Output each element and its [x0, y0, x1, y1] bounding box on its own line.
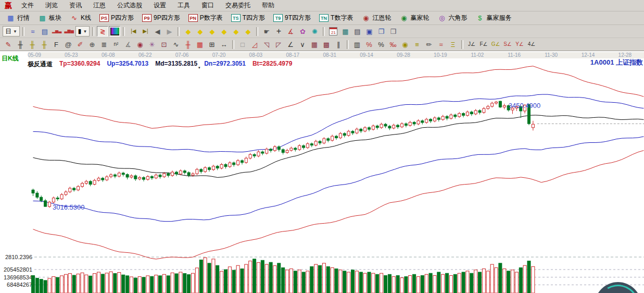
f-ruler-tool-icon[interactable]: F [50, 39, 62, 50]
menu-item-3[interactable]: 江恩 [87, 1, 111, 10]
calculator-icon[interactable]: ▦ [339, 26, 351, 36]
wave-k-tool-icon[interactable]: ∿ [170, 39, 182, 50]
info-sheet-icon[interactable]: ▤ [39, 26, 50, 36]
winner-service-button[interactable]: $赢家服务 [471, 13, 515, 24]
gold-ruler2-tool-icon[interactable]: ╫ [39, 39, 50, 50]
shen-ruler-tool-icon[interactable]: ╫ [182, 39, 194, 50]
prev-bar-icon[interactable]: ◀ [151, 26, 163, 36]
svg-text:68484267: 68484267 [7, 282, 32, 288]
quotes-button[interactable]: ▦行情 [2, 13, 34, 24]
candle-type-select[interactable]: ▮▼ [75, 26, 90, 36]
sectors-button[interactable]: ▩板块 [34, 13, 66, 24]
menu-item-0[interactable]: 文件 [16, 1, 40, 10]
wheel-tool-icon[interactable]: ⊕ [86, 39, 98, 50]
extreme-channel-icon[interactable]: ≷ [97, 26, 108, 36]
kline-chart[interactable]: 2810.2396205452801136968534684842673450.… [0, 58, 644, 293]
menu-item-4[interactable]: 公式选股 [111, 1, 148, 10]
calendar-icon[interactable]: 21 [327, 26, 339, 36]
menu-item-2[interactable]: 资讯 [64, 1, 87, 10]
t9-square-button[interactable]: T99T四方形 [269, 13, 315, 24]
tick-ruler-tool-icon[interactable]: ≣ [98, 39, 110, 50]
rainbow-trend-icon[interactable] [109, 26, 120, 36]
pan-right-icon[interactable]: ◆ [194, 26, 206, 36]
gold-levels-tool-icon[interactable]: ≡ [411, 39, 423, 50]
marker-tool-icon[interactable]: ✐ [74, 39, 86, 50]
menu-item-5[interactable]: 设置 [148, 1, 172, 10]
kline-button[interactable]: ∿K线 [66, 13, 95, 24]
hand-tool-icon[interactable]: ☛ [261, 26, 272, 36]
hexagon-button[interactable]: ◎六角形 [433, 13, 471, 24]
scribble-draw-icon[interactable]: ≈ [27, 26, 39, 36]
gold-angle-tool-icon[interactable]: G∠ [490, 39, 501, 50]
bars-9-icon[interactable]: ▃▆▅ [63, 26, 74, 36]
period-select[interactable]: 日▼ [3, 26, 20, 36]
winner-wheel-button[interactable]: ◉赢家轮 [395, 13, 433, 24]
angle-a-tool-icon[interactable]: ∡ [122, 39, 134, 50]
menu-item-6[interactable]: 工具 [172, 1, 196, 10]
box-rays-tool-icon[interactable]: ◸ [273, 39, 284, 50]
gann-wheel-button[interactable]: ◉江恩轮 [357, 13, 395, 24]
grid-tool-icon[interactable]: ▦ [309, 39, 320, 50]
ruler-123-tool-icon[interactable]: ⊞ [206, 39, 218, 50]
wave-levels-tool-icon[interactable]: ≈ [435, 39, 447, 50]
weave-tool-icon[interactable]: ✺ [309, 26, 320, 36]
last-bar-icon[interactable]: ▶| [140, 26, 151, 36]
knot-tool-icon[interactable]: ✿ [297, 26, 308, 36]
menu-item-9[interactable]: 帮助 [256, 1, 280, 10]
spiral-tool-icon[interactable]: @ [62, 39, 74, 50]
next-bar-icon[interactable]: ▶ [163, 26, 175, 36]
ruler-tool-icon[interactable]: ╫ [15, 39, 26, 50]
save-icon[interactable]: ▣ [363, 26, 375, 36]
p9-square-button[interactable]: P99P四方形 [138, 13, 184, 24]
four-angle-tool-icon[interactable]: 4∠ [526, 39, 537, 50]
width-tool-icon[interactable]: ↔ [218, 39, 230, 50]
fan-tool-icon[interactable]: ◿ [249, 39, 260, 50]
gold-ruler-tool-icon[interactable]: ╫ [27, 39, 38, 50]
square-spiral-tool-icon[interactable]: ⊡ [158, 39, 170, 50]
rays-tool-icon[interactable]: ∠ [285, 39, 296, 50]
crosshair-tool-icon[interactable]: + [273, 26, 284, 36]
hexagon-icon: ◎ [437, 14, 446, 22]
f-angle-tool-icon[interactable]: F∠ [478, 39, 489, 50]
channel-caret-icon[interactable]: ▾ [198, 66, 200, 70]
knife-tool-icon[interactable]: ✎ [3, 39, 14, 50]
percent-levels-tool-icon[interactable]: ‰ [387, 39, 399, 50]
percent-tool-icon[interactable]: % [375, 39, 387, 50]
ying-angle-tool-icon[interactable]: Y∠ [514, 39, 525, 50]
menu-item-1[interactable]: 浏览 [40, 1, 64, 10]
scale-ruler-tool-icon[interactable]: ▥ [351, 39, 363, 50]
gold-grid-tool-icon[interactable]: Ξ [447, 39, 459, 50]
angle-pointer-icon[interactable]: ∡ [285, 26, 296, 36]
p-square-button[interactable]: PSP四方形 [95, 13, 138, 24]
frame-tool-icon[interactable]: □ [237, 39, 248, 50]
pan-left-icon[interactable]: ◆ [182, 26, 194, 36]
ying-ruler-tool-icon[interactable]: ▦ [194, 39, 206, 50]
channel-param-dn: Dn=2972.3051 [204, 60, 246, 69]
n-square-tool-icon[interactable]: n² [110, 39, 122, 50]
target-tool-icon[interactable]: ◉ [134, 39, 146, 50]
menu-item-7[interactable]: 窗口 [196, 1, 220, 10]
percent-line-tool-icon[interactable]: % [363, 39, 375, 50]
menu-item-8[interactable]: 交易委托 [220, 1, 256, 10]
grid2-tool-icon[interactable]: ▩ [321, 39, 332, 50]
zoom-in-icon[interactable]: ◆ [242, 26, 254, 36]
parallel-tool-icon[interactable]: ∥ [333, 39, 344, 50]
first-bar-icon[interactable]: |◀ [128, 26, 139, 36]
j-angle-tool-icon[interactable]: J∠ [466, 39, 477, 50]
pencil-tool-icon[interactable]: ✏ [423, 39, 435, 50]
zoom-out-icon[interactable]: ◆ [230, 26, 242, 36]
gold-circle-tool-icon[interactable]: ◉ [399, 39, 411, 50]
notes-icon[interactable]: ▤ [351, 26, 363, 36]
t-square-button[interactable]: TST四方形 [227, 13, 269, 24]
windows-icon[interactable]: ❐ [375, 26, 387, 36]
expand-h-icon[interactable]: ◆ [206, 26, 218, 36]
bars-3-icon[interactable]: ▂▅▃ [51, 26, 62, 36]
compress-h-icon[interactable]: ◆ [218, 26, 230, 36]
starburst-tool-icon[interactable]: ✳ [146, 39, 158, 50]
print-icon[interactable]: ❒ [387, 26, 399, 36]
t-number-table-button[interactable]: TNT数字表 [315, 13, 357, 24]
zigzag-tool-icon[interactable]: ∨ [297, 39, 308, 50]
shen-angle-tool-icon[interactable]: S∠ [502, 39, 513, 50]
box-fan-tool-icon[interactable]: ◹ [261, 39, 272, 50]
p-number-table-button[interactable]: PNP数字表 [184, 13, 227, 24]
